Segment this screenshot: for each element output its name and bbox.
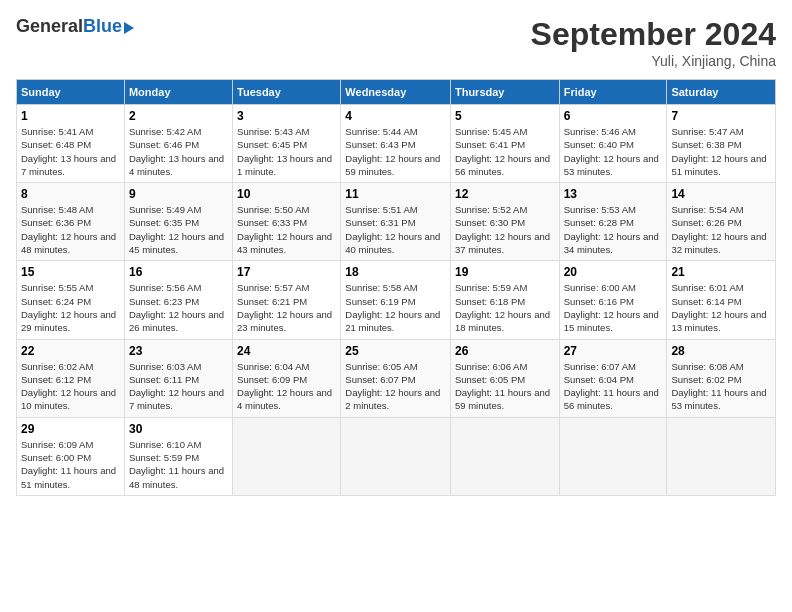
col-thursday: Thursday <box>450 80 559 105</box>
day-25: 25 Sunrise: 6:05 AMSunset: 6:07 PMDaylig… <box>341 339 451 417</box>
location: Yuli, Xinjiang, China <box>531 53 776 69</box>
day-4: 4 Sunrise: 5:44 AMSunset: 6:43 PMDayligh… <box>341 105 451 183</box>
day-5: 5 Sunrise: 5:45 AMSunset: 6:41 PMDayligh… <box>450 105 559 183</box>
day-26: 26 Sunrise: 6:06 AMSunset: 6:05 PMDaylig… <box>450 339 559 417</box>
col-wednesday: Wednesday <box>341 80 451 105</box>
day-7: 7 Sunrise: 5:47 AMSunset: 6:38 PMDayligh… <box>667 105 776 183</box>
day-14: 14 Sunrise: 5:54 AMSunset: 6:26 PMDaylig… <box>667 183 776 261</box>
week-2: 8 Sunrise: 5:48 AMSunset: 6:36 PMDayligh… <box>17 183 776 261</box>
logo-blue-text: Blue <box>83 16 122 37</box>
month-title: September 2024 <box>531 16 776 53</box>
day-2: 2 Sunrise: 5:42 AMSunset: 6:46 PMDayligh… <box>124 105 232 183</box>
day-17: 17 Sunrise: 5:57 AMSunset: 6:21 PMDaylig… <box>233 261 341 339</box>
day-11: 11 Sunrise: 5:51 AMSunset: 6:31 PMDaylig… <box>341 183 451 261</box>
day-10: 10 Sunrise: 5:50 AMSunset: 6:33 PMDaylig… <box>233 183 341 261</box>
col-saturday: Saturday <box>667 80 776 105</box>
day-13: 13 Sunrise: 5:53 AMSunset: 6:28 PMDaylig… <box>559 183 667 261</box>
header: General Blue September 2024 Yuli, Xinjia… <box>16 16 776 69</box>
day-15: 15 Sunrise: 5:55 AMSunset: 6:24 PMDaylig… <box>17 261 125 339</box>
empty-4 <box>559 417 667 495</box>
day-8: 8 Sunrise: 5:48 AMSunset: 6:36 PMDayligh… <box>17 183 125 261</box>
day-27: 27 Sunrise: 6:07 AMSunset: 6:04 PMDaylig… <box>559 339 667 417</box>
title-block: September 2024 Yuli, Xinjiang, China <box>531 16 776 69</box>
day-29: 29 Sunrise: 6:09 AMSunset: 6:00 PMDaylig… <box>17 417 125 495</box>
week-4: 22 Sunrise: 6:02 AMSunset: 6:12 PMDaylig… <box>17 339 776 417</box>
day-18: 18 Sunrise: 5:58 AMSunset: 6:19 PMDaylig… <box>341 261 451 339</box>
day-24: 24 Sunrise: 6:04 AMSunset: 6:09 PMDaylig… <box>233 339 341 417</box>
col-monday: Monday <box>124 80 232 105</box>
day-6: 6 Sunrise: 5:46 AMSunset: 6:40 PMDayligh… <box>559 105 667 183</box>
day-16: 16 Sunrise: 5:56 AMSunset: 6:23 PMDaylig… <box>124 261 232 339</box>
day-3: 3 Sunrise: 5:43 AMSunset: 6:45 PMDayligh… <box>233 105 341 183</box>
col-tuesday: Tuesday <box>233 80 341 105</box>
day-9: 9 Sunrise: 5:49 AMSunset: 6:35 PMDayligh… <box>124 183 232 261</box>
week-3: 15 Sunrise: 5:55 AMSunset: 6:24 PMDaylig… <box>17 261 776 339</box>
day-28: 28 Sunrise: 6:08 AMSunset: 6:02 PMDaylig… <box>667 339 776 417</box>
day-19: 19 Sunrise: 5:59 AMSunset: 6:18 PMDaylig… <box>450 261 559 339</box>
empty-2 <box>341 417 451 495</box>
day-23: 23 Sunrise: 6:03 AMSunset: 6:11 PMDaylig… <box>124 339 232 417</box>
logo: General Blue <box>16 16 134 37</box>
week-5: 29 Sunrise: 6:09 AMSunset: 6:00 PMDaylig… <box>17 417 776 495</box>
day-1: 1 Sunrise: 5:41 AMSunset: 6:48 PMDayligh… <box>17 105 125 183</box>
day-21: 21 Sunrise: 6:01 AMSunset: 6:14 PMDaylig… <box>667 261 776 339</box>
empty-3 <box>450 417 559 495</box>
col-friday: Friday <box>559 80 667 105</box>
main-container: General Blue September 2024 Yuli, Xinjia… <box>0 0 792 506</box>
logo-general-text: General <box>16 16 83 37</box>
calendar-table: Sunday Monday Tuesday Wednesday Thursday… <box>16 79 776 496</box>
day-30: 30 Sunrise: 6:10 AMSunset: 5:59 PMDaylig… <box>124 417 232 495</box>
logo-arrow-icon <box>124 22 134 34</box>
day-12: 12 Sunrise: 5:52 AMSunset: 6:30 PMDaylig… <box>450 183 559 261</box>
empty-5 <box>667 417 776 495</box>
day-20: 20 Sunrise: 6:00 AMSunset: 6:16 PMDaylig… <box>559 261 667 339</box>
week-1: 1 Sunrise: 5:41 AMSunset: 6:48 PMDayligh… <box>17 105 776 183</box>
day-22: 22 Sunrise: 6:02 AMSunset: 6:12 PMDaylig… <box>17 339 125 417</box>
empty-1 <box>233 417 341 495</box>
col-sunday: Sunday <box>17 80 125 105</box>
